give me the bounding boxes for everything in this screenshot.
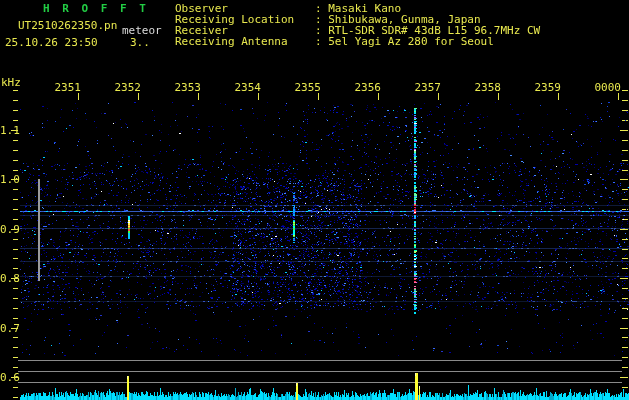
freq-tick-label: 1.0 bbox=[0, 174, 17, 185]
freq-tick-label: 0.6 bbox=[0, 372, 17, 383]
freq-tick-label: 0.7 bbox=[0, 323, 17, 334]
time-tick-label: 2351 bbox=[51, 82, 81, 93]
time-tick-label: 2357 bbox=[411, 82, 441, 93]
time-tick-label: 2355 bbox=[291, 82, 321, 93]
app-title: H R O F F T bbox=[43, 3, 149, 14]
capture-filename: UT2510262350.pn bbox=[18, 20, 117, 31]
time-tick-label: 2358 bbox=[471, 82, 501, 93]
spectrogram-canvas bbox=[0, 0, 629, 400]
hrofft-screen: H R O F F T UT2510262350.pn meteor 25.10… bbox=[0, 0, 629, 400]
info-field-value: : 5el Yagi Az 280 for Seoul bbox=[315, 36, 494, 47]
freq-tick-label: 0.9 bbox=[0, 224, 17, 235]
freq-tick-label: 1.1 bbox=[0, 125, 17, 136]
freq-unit-label: kHz bbox=[1, 77, 21, 88]
echo-count: 3.. bbox=[130, 37, 150, 48]
meteor-label: meteor bbox=[122, 25, 162, 36]
time-tick-label: 2359 bbox=[531, 82, 561, 93]
time-tick-label: 0000 bbox=[591, 82, 621, 93]
time-tick-label: 2353 bbox=[171, 82, 201, 93]
time-tick-label: 2356 bbox=[351, 82, 381, 93]
time-tick-label: 2354 bbox=[231, 82, 261, 93]
freq-tick-label: 0.8 bbox=[0, 273, 17, 284]
time-tick-label: 2352 bbox=[111, 82, 141, 93]
datetime-label: 25.10.26 23:50 bbox=[5, 37, 98, 48]
info-field-label: Receiving Antenna bbox=[175, 36, 288, 47]
